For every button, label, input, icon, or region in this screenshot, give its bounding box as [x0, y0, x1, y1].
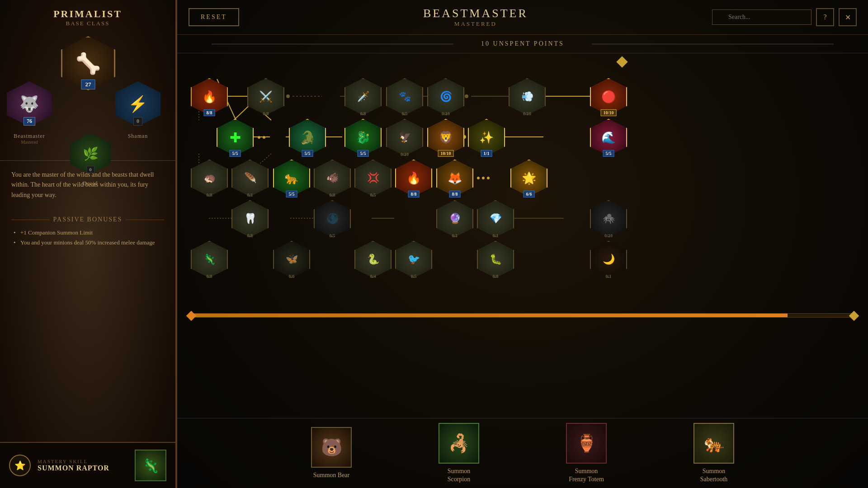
skill-node-19[interactable]: 💢 0/5 [354, 160, 392, 197]
bottom-skills-area: 🐻 Summon Bear 🦂 SummonScorpion 🏺 SummonF… [177, 418, 868, 488]
row3-dots [477, 177, 490, 179]
mastery-skill-label: MASTERY SKILL [38, 459, 128, 464]
skill-node-21[interactable]: 🦊 8/8 [436, 160, 473, 197]
summon-scorpion-label: SummonScorpion [448, 467, 471, 483]
unspent-points-bar: 10 UNSPENT POINTS [177, 35, 868, 53]
mastery-skill-name: SUMMON RAPTOR [38, 464, 128, 472]
summon-sabertooth-label: SummonSabertooth [700, 467, 728, 483]
summon-frenzy-totem-label: SummonFrenzy Totem [569, 467, 604, 483]
main-panel: RESET BEASTMASTER MASTERED 🔍 ? ✕ 10 UNSP… [176, 0, 868, 488]
unspent-points-text: 10 UNSPENT POINTS [481, 40, 564, 47]
mastery-star-icon: ⭐ [9, 455, 31, 476]
passive-item-1: +1 Companion Summon Limit [14, 228, 164, 238]
skill-node-7[interactable]: 🔴 10/10 [590, 78, 627, 115]
summon-scorpion-icon[interactable]: 🦂 [439, 423, 479, 464]
skill-node-4[interactable]: 🐾 0/5 [386, 78, 423, 115]
progress-bar-container [191, 311, 854, 320]
primalist-icon[interactable]: 🦴 27 [61, 36, 115, 90]
passive-bonuses-title: PASSIVE BONUSES [11, 216, 164, 223]
druid-label: Druid [83, 180, 98, 187]
left-panel: PRIMALIST BASE CLASS 🦴 27 🐺 76 Beastmast… [0, 0, 176, 488]
main-header: RESET BEASTMASTER MASTERED 🔍 ? ✕ [177, 0, 868, 35]
druid-class-icon[interactable]: 🌿 0 Druid [70, 133, 111, 187]
title-area: BEASTMASTER MASTERED [248, 7, 703, 28]
skill-node-30[interactable]: 🐍 0/4 [354, 241, 392, 278]
skill-node-26[interactable]: 💎 0/1 [477, 200, 514, 237]
shaman-label: Shaman [128, 133, 148, 140]
reset-button[interactable]: RESET [189, 8, 239, 26]
passive-list: +1 Companion Summon Limit You and your m… [11, 228, 164, 248]
class-name: PRIMALIST [0, 8, 175, 20]
skill-node-13[interactable]: ✨ 1/1 [468, 119, 505, 156]
shaman-level-badge: 0 [133, 117, 142, 126]
beastmaster-label: Beastmaster [14, 133, 45, 140]
bottom-skill-scorpion[interactable]: 🦂 SummonScorpion [439, 423, 479, 483]
skill-node-3[interactable]: 🗡️ 0/8 [344, 78, 382, 115]
summon-sabertooth-icon[interactable]: 🐅 [693, 423, 734, 464]
search-area: 🔍 ? ✕ [712, 8, 857, 26]
skill-node-5[interactable]: 🌀 0/10 [427, 78, 464, 115]
skill-node-9[interactable]: 🐊 5/5 [289, 119, 326, 156]
bottom-skill-frenzy-totem[interactable]: 🏺 SummonFrenzy Totem [566, 423, 607, 483]
row2-dots-1 [258, 136, 265, 139]
help-button[interactable]: ? [816, 8, 834, 26]
skill-node-18[interactable]: 🐗 0/8 [314, 160, 351, 197]
skill-node-24[interactable]: 🌑 0/5 [314, 200, 351, 237]
skill-node-12[interactable]: 🦁 10/10 [427, 119, 464, 156]
beastmaster-class-icon[interactable]: 🐺 76 Beastmaster Mastered [7, 81, 52, 145]
skill-node-22[interactable]: 🌟 6/6 [510, 160, 547, 197]
mastered-badge: MASTERED [248, 20, 703, 28]
skill-node-20[interactable]: 🔥 8/8 [395, 160, 432, 197]
svg-point-3 [286, 94, 290, 98]
passive-bonuses-section: PASSIVE BONUSES +1 Companion Summon Limi… [0, 209, 175, 254]
skill-node-25[interactable]: 🔮 0/1 [436, 200, 473, 237]
progress-bar-right-diamond [849, 311, 859, 321]
skill-node-27[interactable]: 🕷️ 0/10 [590, 200, 627, 237]
skill-node-6[interactable]: 💨 0/10 [509, 78, 546, 115]
mastery-skill-bar: ⭐ MASTERY SKILL SUMMON RAPTOR 🦎 [0, 442, 175, 488]
skill-node-2[interactable]: ⚔️ 0/8 [247, 78, 284, 115]
skill-node-32[interactable]: 🐛 0/8 [477, 241, 514, 278]
skill-tree-container: 🔥 8/8 ⚔️ 0/8 🗡️ 0/8 🐾 0/ [177, 53, 868, 361]
skill-node-16[interactable]: 🪶 0/1 [231, 160, 269, 197]
search-input[interactable] [712, 9, 811, 25]
progress-bar-track [191, 313, 854, 318]
shaman-class-icon[interactable]: ⚡ 0 Shaman [115, 81, 160, 140]
bottom-skill-bear[interactable]: 🐻 Summon Bear [311, 427, 352, 479]
beastmaster-level-badge: 76 [24, 117, 35, 126]
mastery-skill-text: MASTERY SKILL SUMMON RAPTOR [38, 459, 128, 472]
class-title-area: PRIMALIST BASE CLASS [0, 0, 175, 27]
beastmaster-sublabel: Mastered [21, 140, 38, 145]
skill-node-29[interactable]: 🦋 0/6 [273, 241, 310, 278]
skill-node-10[interactable]: 🐉 5/5 [344, 119, 382, 156]
beastmaster-main-title: BEASTMASTER [248, 7, 703, 20]
mastery-raptor-icon[interactable]: 🦎 [135, 450, 166, 481]
passive-item-2: You and your minions deal 50% increased … [14, 238, 164, 248]
search-wrapper: 🔍 [712, 9, 811, 25]
skill-node-31[interactable]: 🐦 0/5 [395, 241, 432, 278]
top-gold-diamond [616, 56, 627, 67]
close-button[interactable]: ✕ [839, 8, 857, 26]
class-icons-area: 🦴 27 🐺 76 Beastmaster Mastered ⚡ 0 [0, 32, 175, 158]
bottom-skill-sabertooth[interactable]: 🐅 SummonSabertooth [693, 423, 734, 483]
skill-node-8[interactable]: ✚ 5/5 [217, 119, 254, 156]
progress-bar-fill [191, 314, 788, 317]
skill-node-14[interactable]: 🌊 5/5 [590, 119, 627, 156]
skill-node-33[interactable]: 🌙 0/1 [590, 241, 627, 278]
summon-bear-label: Summon Bear [313, 471, 350, 479]
skill-node-28[interactable]: 🦎 0/8 [191, 241, 228, 278]
base-class-label: BASE CLASS [0, 20, 175, 27]
primalist-level-badge: 27 [81, 80, 95, 89]
skill-node-17[interactable]: 🐆 5/5 [273, 160, 310, 197]
skill-node-11[interactable]: 🦅 0/10 [386, 119, 423, 156]
skill-node-15[interactable]: 🦔 0/8 [191, 160, 228, 197]
skill-node-1[interactable]: 🔥 8/8 [191, 78, 228, 115]
druid-level-badge: 0 [86, 166, 94, 173]
progress-bar-left-diamond [186, 311, 197, 321]
summon-frenzy-totem-icon[interactable]: 🏺 [566, 423, 607, 464]
skill-node-23[interactable]: 🦷 0/8 [231, 200, 269, 237]
summon-bear-icon[interactable]: 🐻 [311, 427, 352, 468]
svg-point-9 [465, 94, 468, 98]
